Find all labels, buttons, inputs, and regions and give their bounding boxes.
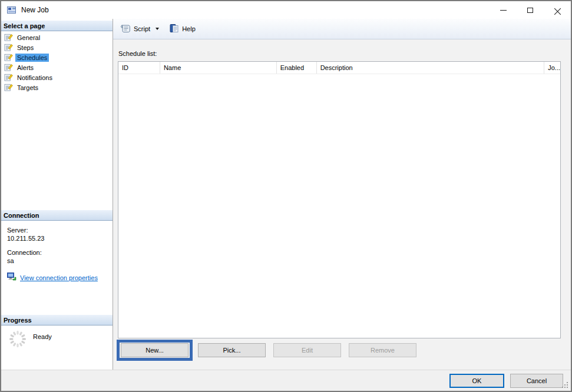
minimize-button[interactable] [490, 1, 517, 19]
maximize-button[interactable] [517, 1, 544, 19]
sidebar-item-schedules[interactable]: Schedules [1, 52, 113, 62]
main-panel: Script Help [113, 19, 571, 370]
connection-label: Connection: [7, 248, 113, 257]
close-icon [554, 7, 561, 14]
schedule-list-table[interactable]: ID Name Enabled Description Jo... [118, 61, 561, 338]
column-header-id[interactable]: ID [118, 62, 160, 74]
sidebar-item-label: Notifications [15, 74, 54, 82]
page-icon [4, 33, 13, 42]
connection-panel: Server: 10.211.55.23 Connection: sa [1, 221, 113, 315]
titlebar: New Job [1, 1, 571, 19]
sidebar-item-label: Alerts [15, 64, 35, 72]
server-label: Server: [7, 226, 113, 234]
script-button[interactable]: Script [118, 22, 161, 36]
column-header-name[interactable]: Name [160, 62, 277, 74]
minimize-icon [500, 10, 507, 11]
sidebar-item-label: Targets [15, 84, 40, 92]
page-icon [4, 83, 13, 92]
table-body-empty[interactable] [118, 74, 560, 338]
help-button-label: Help [182, 25, 196, 32]
progress-status: Ready [33, 333, 52, 340]
progress-spinner-icon [8, 330, 27, 350]
edit-button: Edit [273, 343, 341, 357]
schedule-buttons-row: New... Pick... Edit Remove [113, 340, 571, 361]
sidebar-item-general[interactable]: General [1, 32, 113, 42]
cancel-button[interactable]: Cancel [510, 374, 563, 388]
sidebar-item-alerts[interactable]: Alerts [1, 62, 113, 72]
select-a-page-header: Select a page [1, 21, 113, 31]
new-button[interactable]: New... [121, 343, 189, 357]
maximize-icon [527, 8, 533, 13]
resize-grip-icon[interactable] [562, 382, 569, 389]
help-button[interactable]: Help [167, 22, 198, 36]
view-connection-properties-link[interactable]: View connection properties [20, 274, 98, 282]
connection-value: sa [7, 257, 113, 265]
script-icon [120, 24, 131, 34]
page-icon [4, 63, 13, 72]
table-header-row: ID Name Enabled Description Jo... [118, 62, 560, 74]
connection-properties-icon [7, 273, 16, 283]
script-dropdown-icon[interactable] [156, 28, 159, 30]
sidebar-item-notifications[interactable]: Notifications [1, 72, 113, 82]
window-title: New Job [21, 6, 49, 14]
column-header-description[interactable]: Description [317, 62, 545, 74]
new-job-dialog: New Job Select a page General Steps [0, 0, 572, 392]
close-button[interactable] [544, 1, 571, 19]
help-icon [170, 24, 179, 34]
remove-button: Remove [349, 343, 416, 357]
script-button-label: Script [134, 25, 150, 32]
server-value: 10.211.55.23 [7, 234, 113, 242]
connection-header: Connection [1, 210, 113, 221]
sidebar-item-label: Schedules [15, 54, 49, 62]
column-header-enabled[interactable]: Enabled [277, 62, 317, 74]
page-list: General Steps Schedules Alerts Notificat… [1, 31, 113, 210]
sidebar-item-label: Steps [15, 44, 35, 52]
progress-header: Progress [1, 315, 113, 325]
sidebar: Select a page General Steps Schedules Al… [1, 19, 113, 370]
schedules-page: Schedule list: ID Name Enabled Descripti… [113, 39, 571, 370]
sidebar-item-targets[interactable]: Targets [1, 82, 113, 92]
column-header-jobs[interactable]: Jo... [544, 62, 560, 74]
schedule-list-label: Schedule list: [118, 50, 571, 57]
page-icon [4, 53, 13, 62]
dialog-footer: OK Cancel [1, 370, 571, 391]
sidebar-item-label: General [15, 34, 42, 42]
sidebar-item-steps[interactable]: Steps [1, 42, 113, 52]
annotation-highlight-box: New... [117, 340, 193, 361]
toolbar: Script Help [113, 19, 571, 39]
pick-button[interactable]: Pick... [198, 343, 266, 357]
page-icon [4, 43, 13, 52]
ok-button[interactable]: OK [449, 374, 504, 388]
new-job-dialog-icon [7, 6, 16, 14]
progress-panel: Ready [1, 325, 113, 370]
page-icon [4, 73, 13, 82]
